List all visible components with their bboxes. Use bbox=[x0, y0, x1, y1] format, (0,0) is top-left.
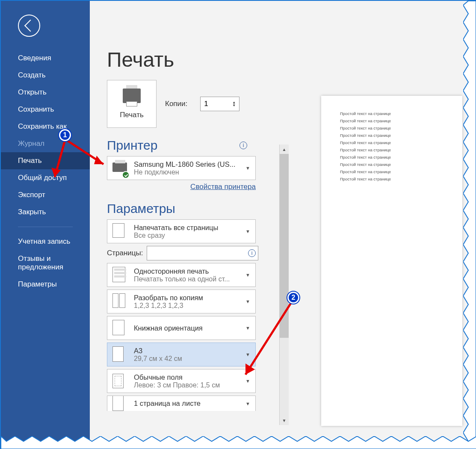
pages-per-sheet-selector[interactable]: 1 страница на листе ▼ bbox=[107, 396, 256, 411]
sidebar-item-open[interactable]: Открыть bbox=[1, 84, 90, 101]
crop-edge-right bbox=[463, 1, 476, 449]
pages-icon bbox=[112, 223, 128, 239]
copies-spinner[interactable]: 1 ▲▼ bbox=[200, 97, 239, 111]
collate-sub: 1,2,3 1,2,3 1,2,3 bbox=[134, 302, 239, 310]
preview-text-line: Простой текст на странице bbox=[340, 169, 443, 174]
annotation-arrow bbox=[237, 298, 301, 383]
paper-size-selector[interactable]: A3 29,7 см x 42 см ▼ bbox=[107, 343, 256, 366]
info-icon[interactable]: i bbox=[239, 142, 247, 149]
sidebar-item-saveas[interactable]: Сохранить как bbox=[1, 118, 90, 135]
printer-icon bbox=[123, 89, 141, 103]
margins-icon bbox=[112, 373, 128, 389]
annotation-marker-1: 1 bbox=[59, 129, 71, 141]
back-button[interactable] bbox=[18, 15, 40, 37]
info-icon[interactable]: i bbox=[248, 249, 256, 257]
sidebar-item-close[interactable]: Закрыть bbox=[1, 204, 90, 221]
printer-status: Не подключен bbox=[134, 168, 239, 176]
duplex-main: Односторонняя печать bbox=[134, 267, 239, 275]
paper-size-icon bbox=[112, 346, 128, 363]
copies-value: 1 bbox=[204, 100, 208, 108]
print-range-selector[interactable]: Напечатать все страницы Все сразу ▼ bbox=[107, 219, 256, 243]
parameters-section-heading: Параметры bbox=[107, 201, 256, 216]
paper-size-main: A3 bbox=[134, 347, 239, 355]
annotation-arrow bbox=[44, 134, 78, 190]
crop-edge-bottom bbox=[1, 436, 476, 449]
backstage-sidebar: Сведения Создать Открыть Сохранить Сохра… bbox=[1, 1, 90, 448]
margins-main: Обычные поля bbox=[134, 373, 239, 381]
spinner-arrows-icon[interactable]: ▲▼ bbox=[232, 101, 236, 107]
print-range-main: Напечатать все страницы bbox=[134, 224, 239, 232]
preview-text-line: Простой текст на странице bbox=[340, 155, 443, 160]
collate-selector[interactable]: Разобрать по копиям 1,2,3 1,2,3 1,2,3 ▼ bbox=[107, 289, 256, 313]
sidebar-separator bbox=[18, 227, 73, 227]
pages-per-sheet-main: 1 страница на листе bbox=[134, 399, 239, 408]
page-title: Печать bbox=[107, 48, 465, 71]
print-button-label: Печать bbox=[120, 111, 144, 119]
printer-name: Samsung ML-1860 Series (US... bbox=[134, 160, 239, 168]
orientation-icon bbox=[112, 320, 128, 336]
chevron-down-icon: ▼ bbox=[245, 229, 250, 234]
margins-sub: Левое: 3 см Правое: 1,5 см bbox=[134, 381, 239, 389]
collate-main: Разобрать по копиям bbox=[134, 294, 239, 302]
scroll-up-icon[interactable]: ▲ bbox=[280, 145, 289, 154]
sidebar-item-info[interactable]: Сведения bbox=[1, 50, 90, 67]
print-preview: Простой текст на странице Простой текст … bbox=[321, 96, 462, 426]
preview-text-line: Простой текст на странице bbox=[340, 111, 443, 116]
sidebar-item-account[interactable]: Учетная запись bbox=[1, 233, 90, 250]
paper-size-sub: 29,7 см x 42 см bbox=[134, 355, 239, 363]
sidebar-item-options[interactable]: Параметры bbox=[1, 276, 90, 293]
chevron-down-icon: ▼ bbox=[245, 401, 250, 406]
printer-section-heading: Принтер i bbox=[107, 138, 256, 153]
pages-per-sheet-icon bbox=[112, 396, 128, 411]
pages-label: Страницы: bbox=[107, 249, 143, 257]
preview-text-line: Простой текст на странице bbox=[340, 162, 443, 167]
orientation-selector[interactable]: Книжная ориентация ▼ bbox=[107, 316, 256, 340]
chevron-down-icon: ▼ bbox=[245, 165, 250, 171]
svg-marker-5 bbox=[245, 363, 255, 375]
preview-text-line: Простой текст на странице bbox=[340, 177, 443, 181]
duplex-icon bbox=[112, 267, 128, 283]
preview-text-line: Простой текст на странице bbox=[340, 118, 443, 123]
printer-selector[interactable]: Samsung ML-1860 Series (US... Не подключ… bbox=[107, 156, 256, 180]
svg-marker-1 bbox=[94, 156, 103, 164]
collate-icon bbox=[112, 293, 128, 310]
annotation-marker-2: 2 bbox=[287, 292, 299, 304]
print-range-sub: Все сразу bbox=[134, 232, 239, 239]
preview-text-line: Простой текст на странице bbox=[340, 148, 443, 152]
copies-label: Копии: bbox=[165, 100, 187, 108]
sidebar-item-feedback[interactable]: Отзывы и предложения bbox=[1, 250, 90, 276]
back-arrow-icon bbox=[24, 20, 36, 32]
preview-text-line: Простой текст на странице bbox=[340, 133, 443, 138]
orientation-main: Книжная ориентация bbox=[134, 324, 239, 332]
duplex-selector[interactable]: Односторонняя печать Печатать только на … bbox=[107, 263, 256, 287]
chevron-down-icon: ▼ bbox=[245, 272, 250, 278]
preview-text-line: Простой текст на странице bbox=[340, 140, 443, 145]
margins-selector[interactable]: Обычные поля Левое: 3 см Правое: 1,5 см … bbox=[107, 369, 256, 393]
sidebar-item-save[interactable]: Сохранить bbox=[1, 101, 90, 118]
scroll-down-icon[interactable]: ▼ bbox=[280, 416, 289, 425]
preview-text-line: Простой текст на странице bbox=[340, 126, 443, 130]
duplex-sub: Печатать только на одной ст... bbox=[134, 275, 239, 283]
printer-properties-link[interactable]: Свойства принтера bbox=[107, 183, 256, 191]
pages-input[interactable] bbox=[147, 246, 258, 260]
svg-line-4 bbox=[245, 302, 292, 375]
print-button[interactable]: Печать bbox=[107, 80, 157, 128]
sidebar-item-new[interactable]: Создать bbox=[1, 67, 90, 84]
